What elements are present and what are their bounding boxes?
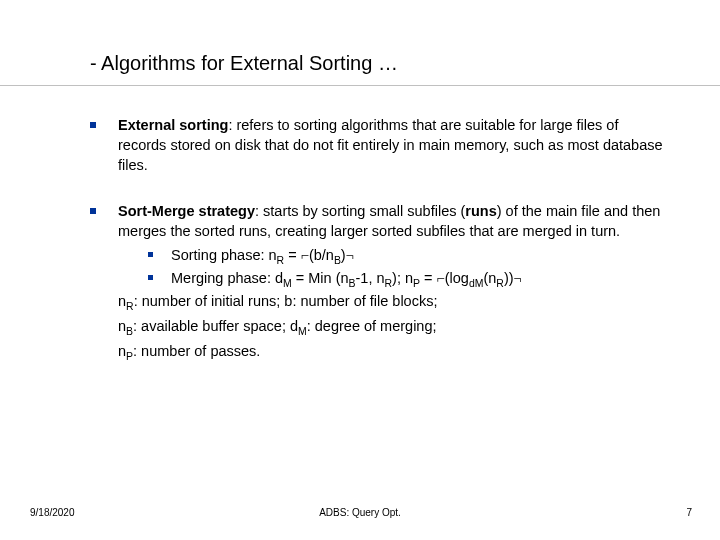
bullet-2-text: Sort-Merge strategy: starts by sorting s… (118, 201, 670, 362)
d2-sub1: B (126, 326, 133, 337)
d2-sub2: M (298, 326, 307, 337)
d3-b: : number of passes. (133, 343, 260, 359)
slide: - Algorithms for External Sorting … Exte… (0, 0, 720, 540)
d3-a: n (118, 343, 126, 359)
bullet-1-text: External sorting: refers to sorting algo… (118, 115, 670, 175)
sub1-label: Sorting phase: n (171, 247, 277, 263)
d2-c: : degree of merging; (307, 318, 437, 334)
d1-a: n (118, 293, 126, 309)
bullet-1-bold: External sorting (118, 117, 228, 133)
sub1-sub2: B (334, 255, 341, 266)
sub2-label: Merging phase: d (171, 270, 283, 286)
d1-sub1: R (126, 301, 134, 312)
d2-a: n (118, 318, 126, 334)
sub2-b: -1, n (356, 270, 385, 286)
def-line-2: nB: available buffer space; dM: degree o… (118, 316, 670, 338)
footer-center: ADBS: Query Opt. (319, 507, 401, 518)
square-bullet-icon (90, 122, 96, 128)
ceil-close: ¬ (346, 247, 354, 263)
d1-b: : number of initial runs; b: number of f… (134, 293, 438, 309)
bullet-2-bold: Sort-Merge strategy (118, 203, 255, 219)
bullet-2-runs: runs (465, 203, 496, 219)
sub2-sub3: R (385, 278, 393, 289)
sub2-g: )) (504, 270, 514, 286)
title-underline (0, 85, 720, 86)
square-bullet-icon (148, 252, 153, 257)
sub2-f: (n (483, 270, 496, 286)
sub2-sub2: B (349, 278, 356, 289)
sub-2-text: Merging phase: dM = Min (nB-1, nR); nP =… (171, 268, 522, 288)
sub2-a: = Min (n (292, 270, 349, 286)
sub-bullet-2: Merging phase: dM = Min (nB-1, nR); nP =… (148, 268, 670, 288)
sub1-expr-a: (b/n (309, 247, 334, 263)
sub2-sub6: R (496, 278, 504, 289)
ceil-open: ⌐ (301, 247, 309, 263)
ceil-close: ¬ (514, 270, 522, 286)
sub1-mid: = (284, 247, 301, 263)
sub-bullet-1: Sorting phase: nR = ⌐(b/nB)¬ (148, 245, 670, 265)
bullet-1: External sorting: refers to sorting algo… (90, 115, 670, 175)
sub2-sub1: M (283, 278, 292, 289)
sub-list: Sorting phase: nR = ⌐(b/nB)¬ Merging pha… (148, 245, 670, 288)
ceil-open: ⌐ (437, 270, 445, 286)
sub2-c: ); n (392, 270, 413, 286)
title-area: - Algorithms for External Sorting … (90, 52, 680, 75)
square-bullet-icon (148, 275, 153, 280)
def-line-1: nR: number of initial runs; b: number of… (118, 291, 670, 313)
slide-title: - Algorithms for External Sorting … (90, 52, 680, 75)
sub2-sub4: P (413, 278, 420, 289)
sub2-e: (log (445, 270, 469, 286)
bullet-2: Sort-Merge strategy: starts by sorting s… (90, 201, 670, 362)
footer-date: 9/18/2020 (30, 507, 75, 518)
sub2-d: = (420, 270, 437, 286)
def-line-3: nP: number of passes. (118, 341, 670, 363)
d3-sub1: P (126, 350, 133, 361)
sub2-sub5: dM (469, 278, 484, 289)
sub-1-text: Sorting phase: nR = ⌐(b/nB)¬ (171, 245, 354, 265)
footer-page-number: 7 (686, 507, 692, 518)
content-area: External sorting: refers to sorting algo… (90, 115, 670, 388)
square-bullet-icon (90, 208, 96, 214)
bullet-2-rest-a: : starts by sorting small subfiles ( (255, 203, 465, 219)
d2-b: : available buffer space; d (133, 318, 298, 334)
